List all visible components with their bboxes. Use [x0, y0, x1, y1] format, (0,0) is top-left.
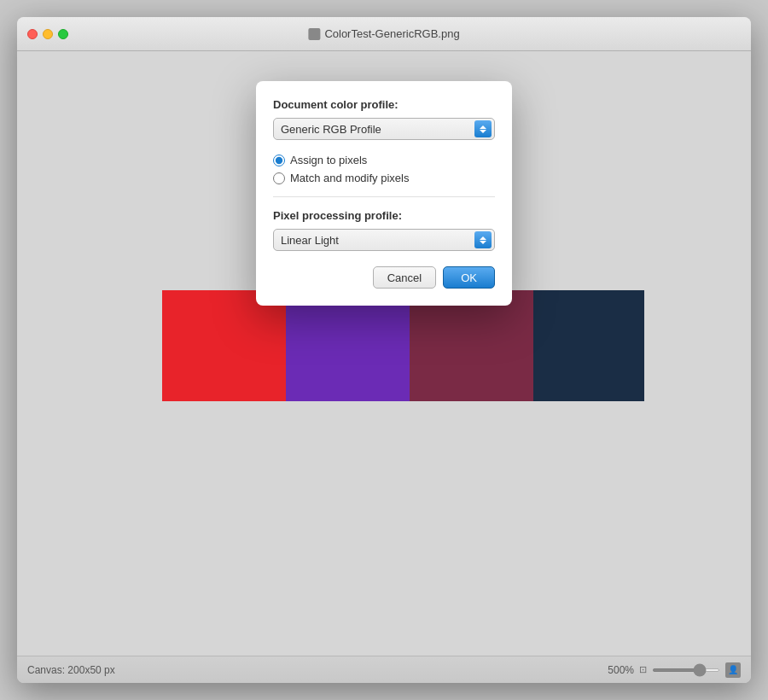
- radio-match-label: Match and modify pixels: [290, 172, 409, 184]
- modal-overlay: Document color profile: Generic RGB Prof…: [17, 51, 751, 656]
- user-icon: 👤: [725, 662, 741, 678]
- radio-assign-label: Assign to pixels: [290, 154, 367, 166]
- file-icon: [308, 28, 320, 40]
- radio-group: Assign to pixels Match and modify pixels: [273, 154, 495, 184]
- cancel-button[interactable]: Cancel: [373, 266, 436, 289]
- minimize-button[interactable]: [43, 29, 53, 39]
- document-profile-select[interactable]: Generic RGB Profile sRGB Adobe RGB: [273, 118, 495, 140]
- document-profile-select-wrapper: Generic RGB Profile sRGB Adobe RGB: [273, 118, 495, 140]
- maximize-button[interactable]: [58, 29, 68, 39]
- modal-dialog: Document color profile: Generic RGB Prof…: [256, 81, 512, 306]
- document-color-profile-label: Document color profile:: [273, 98, 495, 111]
- canvas-info: Canvas: 200x50 px: [27, 664, 115, 676]
- window-title: ColorTest-GenericRGB.png: [308, 27, 459, 40]
- canvas-area: Document color profile: Generic RGB Prof…: [17, 51, 751, 656]
- radio-assign-input[interactable]: [273, 155, 285, 166]
- statusbar: Canvas: 200x50 px 500% ⊡ 👤: [17, 656, 751, 683]
- pixel-profile-select-wrapper: Linear Light Gamma 1.8 Gamma 2.2: [273, 229, 495, 251]
- statusbar-right: 500% ⊡ 👤: [608, 662, 741, 678]
- pixel-processing-label: Pixel processing profile:: [273, 209, 495, 222]
- divider: [273, 196, 495, 197]
- zoom-level: 500%: [608, 664, 634, 676]
- pixel-profile-select[interactable]: Linear Light Gamma 1.8 Gamma 2.2: [273, 229, 495, 251]
- zoom-slider[interactable]: [652, 668, 720, 672]
- button-row: Cancel OK: [273, 266, 495, 289]
- radio-match-input[interactable]: [273, 172, 285, 184]
- fit-icon: ⊡: [639, 664, 647, 675]
- titlebar: ColorTest-GenericRGB.png: [17, 17, 751, 51]
- traffic-lights: [27, 29, 68, 39]
- pixel-processing-profile-section: Pixel processing profile: Linear Light G…: [273, 209, 495, 251]
- ok-button[interactable]: OK: [443, 266, 495, 289]
- radio-assign-to-pixels[interactable]: Assign to pixels: [273, 154, 495, 166]
- application-window: ColorTest-GenericRGB.png Document color …: [17, 17, 751, 683]
- radio-match-and-modify[interactable]: Match and modify pixels: [273, 172, 495, 184]
- close-button[interactable]: [27, 29, 38, 39]
- document-color-profile-section: Document color profile: Generic RGB Prof…: [273, 98, 495, 140]
